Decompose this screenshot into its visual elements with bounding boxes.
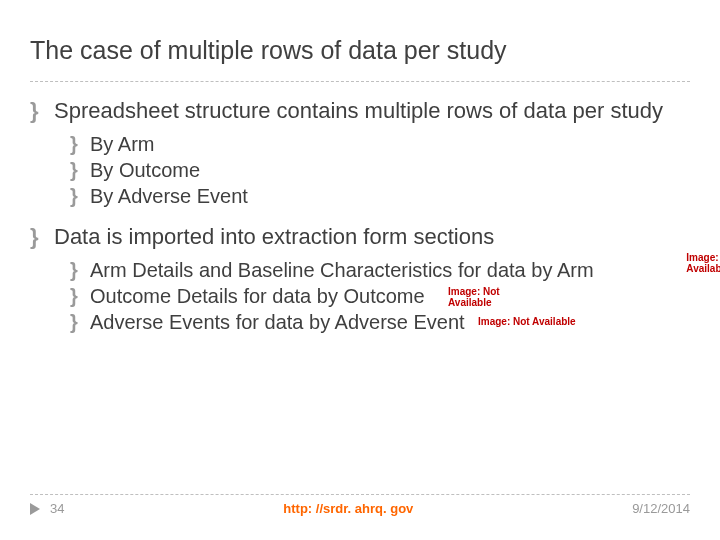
bullet-lvl1: } Spreadsheet structure contains multipl…: [30, 98, 690, 124]
image-not-available-tag: Image: Not Available: [478, 316, 576, 327]
bullet-lvl2: } Adverse Events for data by Adverse Eve…: [70, 310, 690, 334]
bullet-lvl2: } By Arm: [70, 132, 690, 156]
image-not-available-tag: Image: NotAvailable: [686, 252, 720, 274]
page-number: 34: [50, 501, 64, 516]
bullet-icon: }: [70, 284, 90, 308]
bullet-icon: }: [30, 224, 54, 250]
bullet-lvl2-text: By Arm: [90, 132, 690, 156]
slide-title: The case of multiple rows of data per st…: [30, 36, 690, 71]
bullet-icon: }: [70, 184, 90, 208]
bullet-lvl2-text: By Outcome: [90, 158, 690, 182]
bullet-lvl1-text: Spreadsheet structure contains multiple …: [54, 98, 690, 124]
bullet-lvl1-text: Data is imported into extraction form se…: [54, 224, 690, 250]
footer-date: 9/12/2014: [632, 501, 690, 516]
bullet-icon: }: [70, 310, 90, 334]
image-not-available-tag: Image: NotAvailable: [448, 286, 500, 308]
footer-divider: [30, 494, 690, 495]
bullet-icon: }: [70, 132, 90, 156]
play-icon: [30, 503, 40, 515]
bullet-lvl2-text: Adverse Events for data by Adverse Event: [90, 310, 690, 334]
bullet-lvl2: } Outcome Details for data by Outcome Im…: [70, 284, 690, 308]
bullet-icon: }: [70, 158, 90, 182]
bullet-lvl2: } By Outcome: [70, 158, 690, 182]
svg-marker-0: [30, 503, 40, 515]
title-divider: [30, 81, 690, 82]
bullet-lvl1: } Data is imported into extraction form …: [30, 224, 690, 250]
footer-url: http: //srdr. ahrq. gov: [283, 501, 413, 516]
bullet-icon: }: [30, 98, 54, 124]
bullet-lvl2: } Arm Details and Baseline Characteristi…: [70, 258, 690, 282]
bullet-lvl2: } By Adverse Event: [70, 184, 690, 208]
bullet-lvl2-text: Arm Details and Baseline Characteristics…: [90, 258, 690, 282]
bullet-lvl2-text: Outcome Details for data by Outcome: [90, 284, 690, 308]
bullet-lvl2-text: By Adverse Event: [90, 184, 690, 208]
bullet-icon: }: [70, 258, 90, 282]
